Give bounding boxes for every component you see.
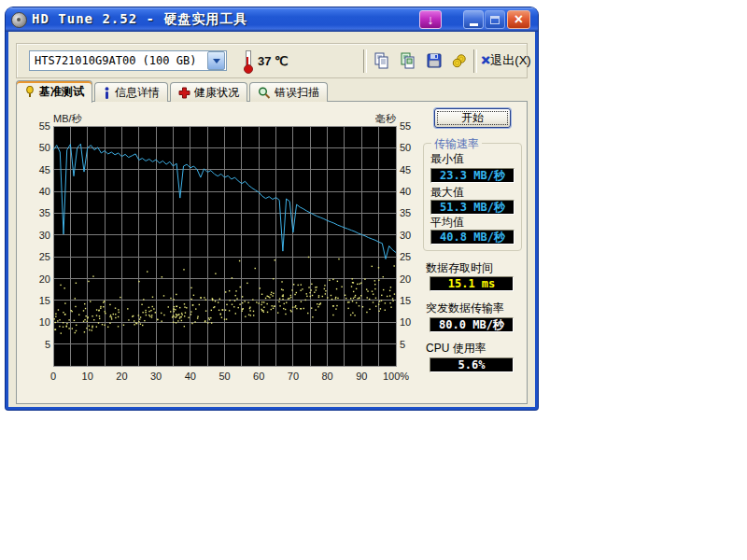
svg-text:40: 40: [185, 371, 196, 382]
svg-text:40: 40: [400, 186, 411, 197]
exit-button[interactable]: × 退出(X): [481, 52, 531, 69]
avg-value-box: 40.8 MB/秒: [430, 230, 514, 245]
burst-rate-value-box: 80.0 MB/秒: [430, 317, 514, 332]
copy-screenshot-button[interactable]: [399, 51, 417, 70]
close-icon: ×: [514, 12, 523, 27]
copy-text-icon: [374, 52, 390, 69]
svg-text:毫秒: 毫秒: [375, 113, 397, 124]
toolbar-separator: [363, 49, 367, 73]
svg-text:25: 25: [39, 251, 50, 262]
temperature-value: 37 ℃: [258, 54, 289, 68]
exit-x-icon: ×: [481, 52, 489, 69]
minimize-button[interactable]: [463, 10, 484, 29]
max-value: 51.3 MB/秒: [440, 200, 505, 216]
copy-text-button[interactable]: [373, 51, 391, 70]
cpu-value: 5.6%: [458, 358, 486, 371]
svg-text:35: 35: [39, 207, 50, 218]
svg-text:45: 45: [400, 164, 411, 175]
thermometer-icon: [242, 49, 253, 74]
exit-label: 退出(X): [490, 52, 530, 69]
tab-label: 信息详情: [115, 85, 160, 101]
svg-text:40: 40: [39, 186, 50, 197]
svg-text:55: 55: [400, 120, 411, 132]
close-button[interactable]: ×: [507, 10, 530, 29]
titlebar[interactable]: HD Tune 2.52 - 硬盘实用工具 ↓ ×: [6, 7, 538, 32]
magnifier-icon: [258, 87, 271, 99]
access-value: 15.1 ms: [448, 277, 496, 290]
svg-text:45: 45: [39, 164, 50, 175]
save-icon: [426, 52, 443, 69]
svg-text:15: 15: [400, 295, 411, 306]
focus-rect: [437, 111, 508, 125]
window-title: HD Tune 2.52 - 硬盘实用工具: [32, 11, 247, 28]
svg-text:100%: 100%: [383, 371, 409, 382]
svg-text:MB/秒: MB/秒: [53, 113, 83, 124]
svg-text:60: 60: [253, 371, 264, 382]
drive-select[interactable]: HTS721010G9AT00 (100 GB): [29, 50, 227, 71]
tab-label: 错误扫描: [275, 85, 319, 101]
access-time-value-box: 15.1 ms: [430, 276, 514, 291]
svg-text:25: 25: [400, 251, 411, 262]
hdtune-window: HD Tune 2.52 - 硬盘实用工具 ↓ × HTS721010G9AT0…: [6, 7, 538, 410]
svg-text:10: 10: [39, 316, 50, 328]
benchmark-icon: [24, 86, 35, 98]
dropdown-button[interactable]: [207, 51, 225, 70]
copy-screenshot-icon: [400, 52, 416, 69]
svg-text:50: 50: [39, 142, 50, 153]
start-button[interactable]: 开始: [434, 108, 511, 128]
chevron-down-icon: [213, 59, 220, 63]
svg-text:30: 30: [400, 230, 411, 241]
svg-text:20: 20: [116, 371, 127, 382]
min-label: 最小值: [430, 151, 464, 167]
tab-label: 基准测试: [39, 84, 84, 100]
maximize-button[interactable]: [485, 10, 505, 29]
svg-text:20: 20: [400, 273, 411, 285]
tabbar: 基准测试 信息详情 健康状况 错误扫描: [16, 79, 330, 102]
access-time-label: 数据存取时间: [426, 260, 493, 276]
transfer-rate-group-title: 传输速率: [431, 136, 482, 152]
info-icon: [103, 87, 111, 99]
save-button[interactable]: [425, 51, 444, 70]
desktop: HD Tune 2.52 - 硬盘实用工具 ↓ × HTS721010G9AT0…: [0, 0, 747, 560]
burst-value: 80.0 MB/秒: [439, 317, 504, 333]
tab-info[interactable]: 信息详情: [94, 82, 168, 102]
max-label: 最大值: [430, 185, 464, 201]
min-value-box: 23.3 MB/秒: [430, 168, 514, 183]
cpu-usage-label: CPU 使用率: [426, 341, 486, 357]
svg-text:55: 55: [39, 120, 50, 132]
tab-error-scan[interactable]: 错误扫描: [249, 82, 328, 102]
svg-text:10: 10: [400, 316, 411, 328]
svg-text:30: 30: [150, 371, 162, 382]
download-button[interactable]: ↓: [419, 10, 442, 29]
svg-text:35: 35: [400, 207, 411, 218]
benchmark-chart: 5101520253035404550555101520253035404550…: [17, 113, 428, 393]
svg-text:20: 20: [39, 273, 50, 285]
health-cross-icon: [178, 87, 190, 99]
drive-select-value: HTS721010G9AT00 (100 GB): [30, 54, 206, 67]
svg-text:50: 50: [400, 142, 411, 153]
svg-text:50: 50: [218, 371, 230, 382]
svg-text:70: 70: [288, 371, 299, 382]
options-button[interactable]: [450, 51, 469, 70]
maximize-icon: [490, 16, 500, 24]
svg-text:90: 90: [356, 371, 367, 382]
tab-health[interactable]: 健康状况: [170, 82, 247, 102]
tab-benchmark[interactable]: 基准测试: [16, 80, 92, 103]
toolbar: HTS721010G9AT00 (100 GB) 37 ℃: [16, 43, 528, 78]
cpu-usage-value-box: 5.6%: [430, 357, 514, 372]
download-arrow-icon: ↓: [428, 13, 434, 26]
tab-label: 健康状况: [194, 85, 239, 101]
app-disk-icon[interactable]: [11, 12, 27, 28]
svg-text:0: 0: [50, 371, 56, 382]
avg-label: 平均值: [430, 215, 464, 231]
svg-text:80: 80: [321, 371, 332, 382]
svg-text:10: 10: [82, 371, 93, 382]
max-value-box: 51.3 MB/秒: [430, 200, 514, 215]
min-value: 23.3 MB/秒: [440, 168, 505, 184]
svg-text:5: 5: [45, 339, 50, 350]
svg-text:5: 5: [400, 339, 405, 350]
benchmark-tabpage: 5101520253035404550555101520253035404550…: [16, 101, 528, 404]
toolbar-separator: [473, 49, 477, 73]
minimize-icon: [470, 23, 478, 26]
transfer-rate-group: 传输速率 最小值 23.3 MB/秒 最大值 51.3 MB/秒 平均值 40.…: [423, 143, 522, 251]
